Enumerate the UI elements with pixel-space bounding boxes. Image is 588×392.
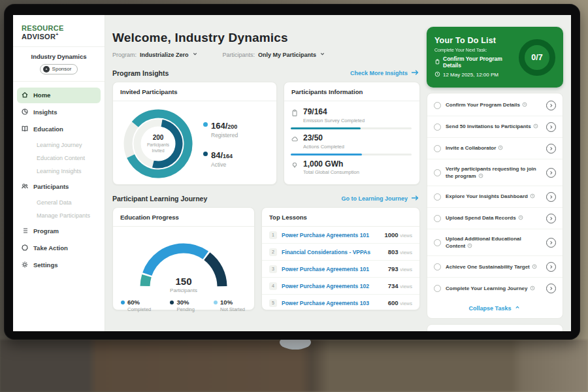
- todo-title: Your To Do List: [434, 36, 519, 45]
- sidebar-nav: Home Insights Education Learning Journey…: [13, 82, 105, 279]
- legend-dot: [214, 301, 218, 304]
- lesson-link[interactable]: Power Purchase Agreements 101: [282, 232, 380, 238]
- rank-badge: 3: [269, 265, 277, 273]
- task-row[interactable]: Complete Your Learning Journey: [427, 278, 563, 299]
- task-go-button[interactable]: [546, 192, 556, 202]
- clock-icon: [467, 243, 472, 248]
- task-checkbox[interactable]: [434, 285, 441, 292]
- task-checkbox[interactable]: [434, 145, 441, 152]
- task-row[interactable]: Verify participants requesting to join t…: [427, 159, 563, 186]
- lesson-row: 5 Power Purchase Agreements 103 600 view…: [262, 295, 419, 311]
- sponsor-icon: [43, 66, 50, 73]
- task-row[interactable]: Achieve One Sustainability Target: [427, 256, 563, 278]
- chevron-down-icon: [192, 51, 198, 58]
- sidebar-item-education[interactable]: Education: [17, 122, 101, 137]
- book-icon: [21, 125, 29, 134]
- task-checkbox[interactable]: [434, 123, 441, 131]
- program-label: Program:: [112, 52, 137, 58]
- check-more-insights-link[interactable]: Check More Insights: [350, 69, 419, 77]
- link-label: Check More Insights: [350, 70, 408, 76]
- legend-label: Pending: [176, 306, 195, 312]
- lesson-row: 2 Financial Considerations - VPPAs 803 v…: [262, 244, 419, 261]
- task-go-button[interactable]: [546, 262, 556, 272]
- sidebar-item-label: Take Action: [33, 244, 68, 252]
- sidebar-item-program[interactable]: Program: [17, 223, 101, 239]
- task-go-button[interactable]: [546, 238, 556, 248]
- go-to-learning-journey-link[interactable]: Go to Learning Journey: [341, 195, 419, 203]
- sidebar-item-learning-insights[interactable]: Learning Insights: [17, 165, 101, 178]
- legend-dot: [203, 122, 208, 127]
- sidebar-item-settings[interactable]: Settings: [17, 257, 101, 273]
- task-go-button[interactable]: [546, 168, 556, 178]
- views-suffix: views: [400, 267, 412, 272]
- sidebar-item-home[interactable]: Home: [17, 88, 101, 103]
- sidebar-item-learning-journey[interactable]: Learning Journey: [17, 139, 101, 152]
- sponsor-badge[interactable]: Sponsor: [40, 64, 78, 74]
- program-dropdown[interactable]: Program: Industrialize Zero: [112, 51, 198, 58]
- legend-label: Completed: [127, 306, 151, 312]
- clipboard-icon: [434, 59, 440, 66]
- task-row[interactable]: Upload Spend Data Records: [427, 208, 563, 229]
- task-row[interactable]: Upload Additional Educational Content: [427, 229, 563, 256]
- task-go-button[interactable]: [546, 144, 556, 154]
- link-label: Go to Learning Journey: [341, 195, 408, 202]
- sidebar-item-take-action[interactable]: Take Action: [17, 240, 101, 256]
- views-count: 734: [388, 282, 399, 289]
- task-label: Achieve One Sustainability Target: [446, 264, 530, 270]
- page-title: Welcome, Industry Dynamics: [112, 31, 420, 45]
- participants-dropdown[interactable]: Participants: Only My Participants: [223, 51, 326, 58]
- task-checkbox[interactable]: [434, 263, 441, 270]
- lesson-link[interactable]: Financial Considerations - VPPAs: [282, 249, 384, 255]
- task-label: Verify participants requesting to join t…: [446, 166, 536, 180]
- task-checkbox[interactable]: [434, 193, 441, 201]
- sidebar-item-education-content[interactable]: Education Content: [17, 152, 101, 165]
- task-checkbox[interactable]: [434, 215, 441, 222]
- task-row[interactable]: Send 50 Invitations to Participants: [427, 116, 563, 138]
- rank-badge: 2: [269, 248, 277, 256]
- task-row[interactable]: Explore Your Insights Dashboard: [427, 186, 563, 208]
- legend-label: Active: [211, 161, 233, 168]
- legend-dot: [121, 301, 125, 304]
- task-go-button[interactable]: [546, 284, 556, 293]
- card-title: Invited Participants: [113, 82, 276, 101]
- task-label: Upload Additional Educational Content: [446, 236, 521, 250]
- sidebar-item-general-data[interactable]: General Data: [17, 196, 101, 209]
- rank-badge: 5: [269, 299, 277, 307]
- task-row[interactable]: Confirm Your Program Details: [427, 95, 563, 116]
- task-checkbox[interactable]: [434, 239, 441, 246]
- actions-progress-bar: [291, 154, 412, 155]
- legend-registered: 164/200 Registered: [203, 120, 238, 139]
- clock-icon: [530, 286, 535, 291]
- task-checkbox[interactable]: [434, 102, 441, 109]
- lesson-row: 4 Power Purchase Agreements 102 734 view…: [262, 278, 419, 295]
- lesson-row: 1 Power Purchase Agreements 101 1000 vie…: [262, 227, 419, 244]
- lesson-link[interactable]: Power Purchase Agreements 102: [282, 283, 384, 289]
- main-content: Welcome, Industry Dynamics Program: Indu…: [105, 15, 420, 331]
- legend-pct: 60%: [127, 299, 151, 306]
- rank-badge: 1: [269, 231, 277, 239]
- task-checkbox[interactable]: [434, 169, 441, 176]
- task-label: Upload Spend Data Records: [446, 215, 516, 221]
- invited-participants-card: Invited Participants: [112, 82, 277, 185]
- action-icon: [21, 244, 29, 253]
- collapse-tasks-link[interactable]: Collapse Tasks: [427, 299, 563, 317]
- task-go-button[interactable]: [546, 214, 556, 223]
- chevron-down-icon: [319, 51, 325, 58]
- dashboard-screen: RESOURCE ADVISOR+ Industry Dynamics Spon…: [13, 15, 571, 331]
- sidebar-item-insights[interactable]: Insights: [17, 105, 101, 120]
- sidebar-item-participants[interactable]: Participants: [17, 179, 101, 195]
- task-row[interactable]: Invite a Collaborator: [427, 138, 563, 159]
- views-count: 793: [388, 265, 399, 272]
- legend-not-started: 10% Not Started: [214, 299, 245, 312]
- cloud-icon: [291, 134, 299, 146]
- task-go-button[interactable]: [546, 122, 556, 132]
- org-name: Industry Dynamics: [13, 53, 105, 60]
- clock-icon: [498, 145, 503, 150]
- views-suffix: views: [400, 284, 412, 289]
- lesson-link[interactable]: Power Purchase Agreements 103: [282, 300, 384, 306]
- sidebar-item-manage-participants[interactable]: Manage Participants: [17, 209, 101, 222]
- task-label: Complete Your Learning Journey: [446, 286, 528, 291]
- lesson-link[interactable]: Power Purchase Agreements 101: [282, 266, 384, 272]
- clock-icon: [532, 264, 537, 269]
- task-go-button[interactable]: [546, 101, 556, 110]
